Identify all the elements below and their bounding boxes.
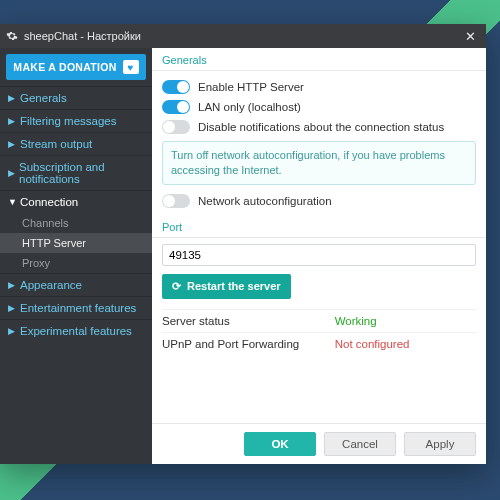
sidebar-item-experimental[interactable]: ▶Experimental features	[0, 319, 152, 342]
chevron-right-icon: ▶	[8, 93, 16, 103]
sidebar-item-subscription[interactable]: ▶Subscription and notifications	[0, 155, 152, 190]
server-status-value: Working	[335, 315, 377, 327]
chevron-right-icon: ▶	[8, 116, 16, 126]
settings-window: sheepChat - Настройки ✕ MAKE A DONATION …	[0, 24, 486, 464]
ok-button[interactable]: OK	[244, 432, 316, 456]
toggle-lan-only-label: LAN only (localhost)	[198, 101, 301, 113]
sidebar-item-channels[interactable]: Channels	[0, 213, 152, 233]
main-panel: Generals Enable HTTP Server LAN only (lo…	[152, 48, 486, 464]
heart-icon: ♥	[123, 60, 139, 74]
chevron-right-icon: ▶	[8, 303, 16, 313]
upnp-label: UPnP and Port Forwarding	[162, 338, 335, 350]
sidebar-item-appearance[interactable]: ▶Appearance	[0, 273, 152, 296]
info-box: Turn off network autoconfiguration, if y…	[162, 141, 476, 185]
upnp-value: Not configured	[335, 338, 410, 350]
chevron-right-icon: ▶	[8, 139, 16, 149]
gear-icon	[6, 30, 18, 42]
toggle-network-autoconf-label: Network autoconfiguration	[198, 195, 332, 207]
status-table: Server status Working UPnP and Port Forw…	[152, 309, 486, 363]
close-icon[interactable]: ✕	[460, 29, 480, 44]
restart-server-label: Restart the server	[187, 280, 281, 292]
sidebar-item-generals[interactable]: ▶Generals	[0, 86, 152, 109]
sidebar: MAKE A DONATION ♥ ▶Generals ▶Filtering m…	[0, 48, 152, 464]
sidebar-item-connection[interactable]: ▼Connection	[0, 190, 152, 213]
cancel-button[interactable]: Cancel	[324, 432, 396, 456]
sidebar-item-http-server[interactable]: HTTP Server	[0, 233, 152, 253]
chevron-right-icon: ▶	[8, 168, 15, 178]
toggle-network-autoconf[interactable]	[162, 194, 190, 208]
refresh-icon: ⟳	[172, 280, 181, 293]
chevron-right-icon: ▶	[8, 326, 16, 336]
donate-label: MAKE A DONATION	[13, 61, 116, 73]
toggle-enable-http[interactable]	[162, 80, 190, 94]
window-title: sheepChat - Настройки	[24, 30, 141, 42]
sidebar-item-entertainment[interactable]: ▶Entertainment features	[0, 296, 152, 319]
section-port-header: Port	[152, 215, 486, 238]
toggle-lan-only[interactable]	[162, 100, 190, 114]
apply-button[interactable]: Apply	[404, 432, 476, 456]
chevron-down-icon: ▼	[8, 197, 16, 207]
toggle-enable-http-label: Enable HTTP Server	[198, 81, 304, 93]
toggle-disable-notifications[interactable]	[162, 120, 190, 134]
server-status-label: Server status	[162, 315, 335, 327]
port-input[interactable]	[162, 244, 476, 266]
section-generals-header: Generals	[152, 48, 486, 71]
donate-button[interactable]: MAKE A DONATION ♥	[6, 54, 146, 80]
titlebar: sheepChat - Настройки ✕	[0, 24, 486, 48]
footer: OK Cancel Apply	[152, 423, 486, 464]
sidebar-item-filtering[interactable]: ▶Filtering messages	[0, 109, 152, 132]
toggle-disable-notifications-label: Disable notifications about the connecti…	[198, 121, 444, 133]
sidebar-item-proxy[interactable]: Proxy	[0, 253, 152, 273]
chevron-right-icon: ▶	[8, 280, 16, 290]
restart-server-button[interactable]: ⟳ Restart the server	[162, 274, 291, 299]
sidebar-item-stream-output[interactable]: ▶Stream output	[0, 132, 152, 155]
